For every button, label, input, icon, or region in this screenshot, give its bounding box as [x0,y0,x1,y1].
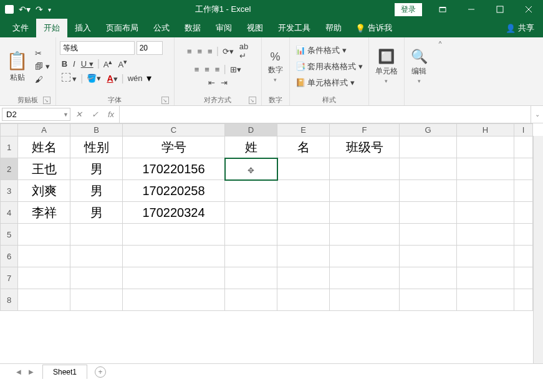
ribbon-options-icon[interactable] [428,0,457,19]
fx-icon[interactable]: fx [103,110,119,119]
cell[interactable] [70,224,123,246]
col-header[interactable]: D [225,124,277,136]
vertical-scrollbar[interactable] [533,136,543,363]
font-color-button[interactable]: A▾ [105,73,119,84]
cell[interactable] [457,267,514,289]
cell[interactable]: 男 [70,180,123,202]
cell[interactable] [225,202,277,224]
cell[interactable] [400,267,457,289]
undo-icon[interactable]: ↶▾ [19,4,31,14]
cell[interactable] [457,136,514,158]
cell[interactable] [123,224,225,246]
conditional-format-button[interactable]: 📊 条件格式 ▾ [294,44,365,57]
cell[interactable] [277,289,330,311]
save-icon[interactable] [5,5,14,14]
cell[interactable]: 名 [277,136,330,158]
row-header[interactable]: 6 [1,246,18,267]
cell[interactable] [514,289,533,311]
cell[interactable] [225,246,277,267]
tab-view[interactable]: 视图 [239,19,271,37]
cell[interactable] [457,289,514,311]
cell[interactable] [277,158,330,180]
underline-button[interactable]: U ▾ [79,59,95,69]
cell[interactable]: 性别 [70,136,123,158]
wrap-text-button[interactable]: ab↵ [238,41,250,61]
merge-button[interactable]: ⊞▾ [228,64,243,75]
minimize-icon[interactable] [457,0,486,19]
cell[interactable] [514,224,533,246]
share-button[interactable]: 👤共享 [497,22,543,34]
increase-indent-button[interactable]: ⇥ [219,77,229,88]
cell[interactable] [225,267,277,289]
row-header[interactable]: 2 [1,158,18,180]
italic-button[interactable]: I [71,59,77,69]
cell[interactable] [457,202,514,224]
phonetic-button[interactable]: wén [126,73,145,84]
align-launcher[interactable]: ↘ [249,97,256,104]
cell[interactable] [457,180,514,202]
cell[interactable] [70,246,123,267]
cell[interactable] [400,202,457,224]
cell-styles-button[interactable]: 📔 单元格样式 ▾ [294,77,365,89]
cell[interactable] [18,246,70,267]
cell[interactable] [514,267,533,289]
cell[interactable] [457,224,514,246]
cell[interactable] [330,202,400,224]
sheet-nav-prev-icon[interactable]: ◀ [12,368,25,375]
row-header[interactable]: 7 [1,267,18,289]
cell[interactable] [18,267,70,289]
tab-data[interactable]: 数据 [177,19,208,37]
increase-font-button[interactable]: A▴ [102,57,115,70]
close-icon[interactable] [514,0,543,19]
cell[interactable] [457,246,514,267]
cell[interactable]: 李祥 [18,202,70,224]
cell[interactable] [330,158,400,180]
cell[interactable] [277,180,330,202]
bold-button[interactable]: B [60,59,69,69]
fill-color-button[interactable]: 🪣▾ [85,73,103,84]
tab-file[interactable]: 文件 [5,19,36,37]
cell[interactable] [400,180,457,202]
cell[interactable] [514,136,533,158]
tell-me[interactable]: 💡告诉我 [349,22,398,34]
align-middle-button[interactable]: ≡ [196,46,204,57]
maximize-icon[interactable] [486,0,514,19]
cell[interactable]: 170220258 [123,180,225,202]
cell[interactable] [400,246,457,267]
edit-button[interactable]: 🔍编辑▾ [408,49,430,84]
cell[interactable] [514,180,533,202]
cell[interactable]: 170220324 [123,202,225,224]
name-box[interactable]: D2▼ [2,108,70,121]
clipboard-launcher[interactable]: ↘ [43,97,50,104]
tab-formulas[interactable]: 公式 [146,19,177,37]
row-header[interactable]: 1 [1,136,18,158]
cell[interactable]: 170220156 [123,158,225,180]
tab-layout[interactable]: 页面布局 [99,19,146,37]
decrease-font-button[interactable]: A▾ [116,57,129,70]
cell[interactable] [514,202,533,224]
cell[interactable] [330,289,400,311]
tab-home[interactable]: 开始 [36,19,67,37]
cells-button[interactable]: 🔲单元格▾ [373,49,400,84]
paste-button[interactable]: 📋 粘贴 [4,50,31,83]
col-header[interactable]: E [277,124,330,136]
cell[interactable] [123,246,225,267]
align-bottom-button[interactable]: ≡ [206,46,214,57]
col-header[interactable]: G [400,124,457,136]
cell[interactable] [514,158,533,180]
col-header[interactable]: B [70,124,123,136]
login-button[interactable]: 登录 [395,3,422,16]
cell[interactable]: 刘爽 [18,180,70,202]
decrease-indent-button[interactable]: ⇤ [206,77,217,88]
col-header[interactable]: I [514,124,533,136]
cell[interactable]: 学号 [123,136,225,158]
cell[interactable] [277,246,330,267]
sheet-nav-next-icon[interactable]: ▶ [25,368,37,375]
row-header[interactable]: 5 [1,224,18,246]
copy-icon[interactable]: 🗐 ▾ [33,61,52,72]
cell[interactable] [514,246,533,267]
cell[interactable] [400,224,457,246]
cell[interactable]: 姓 [225,136,277,158]
cell[interactable] [330,180,400,202]
font-launcher[interactable]: ↘ [161,97,169,104]
